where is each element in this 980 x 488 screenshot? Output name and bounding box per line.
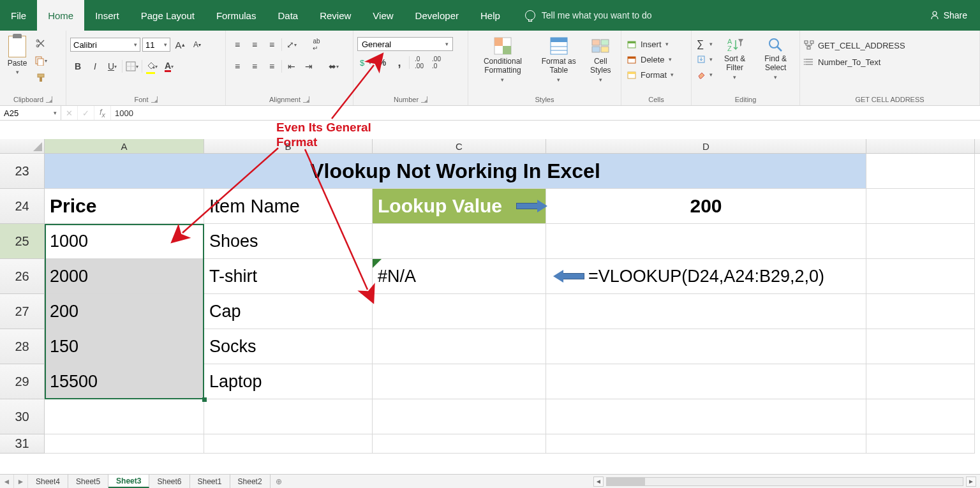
autosum-button[interactable]: ∑▾ [695,37,714,51]
cell-a27[interactable]: 200 [45,294,204,329]
tab-insert[interactable]: Insert [84,0,130,31]
align-center-button[interactable]: ≡ [247,59,262,74]
cell-d27[interactable] [546,294,866,329]
tab-data[interactable]: Data [267,0,309,31]
row-header-31[interactable]: 31 [0,434,45,454]
font-color-button[interactable]: A▾ [161,59,177,74]
cell-title[interactable]: Vlookup Not Working In Excel [45,154,866,189]
tab-view[interactable]: View [362,0,404,31]
cell-e27[interactable] [866,294,975,329]
row-header-26[interactable]: 26 [0,259,45,294]
addin-get-cell-address[interactable]: GET_CELL_ADDRESS [804,38,905,52]
decrease-indent-button[interactable]: ⇤ [284,59,299,74]
cell-a30[interactable] [45,399,204,434]
tab-review[interactable]: Review [309,0,362,31]
cell-d30[interactable] [546,399,866,434]
align-bottom-button[interactable]: ≡ [264,37,279,52]
sort-filter-button[interactable]: AZ Sort & Filter▾ [716,33,753,80]
select-all-corner[interactable] [0,139,45,153]
cell-e28[interactable] [866,329,975,364]
row-header-29[interactable]: 29 [0,364,45,399]
cancel-formula-button[interactable]: ✕ [61,106,78,120]
cell-a29[interactable]: 15500 [45,364,204,399]
sheet-tab-sheet6[interactable]: Sheet6 [149,475,189,488]
number-format-combo[interactable]: General▾ [357,37,453,51]
fill-button[interactable]: ▾ [695,52,714,66]
horizontal-scrollbar[interactable]: ◄ ► [287,475,980,488]
insert-function-button[interactable]: fx [94,106,111,120]
insert-cells-button[interactable]: Insert▾ [625,37,670,51]
cell-d31[interactable] [546,434,866,454]
alignment-dialog-launcher[interactable] [303,96,309,103]
sheet-tab-sheet2[interactable]: Sheet2 [230,475,271,488]
comma-format-button[interactable]: , [392,55,407,70]
col-header-d[interactable]: D [546,139,866,153]
tab-home[interactable]: Home [37,0,84,31]
cut-button[interactable] [33,36,48,51]
fill-handle[interactable] [202,397,207,402]
new-sheet-button[interactable]: ⊕ [271,475,287,488]
col-header-b[interactable]: B [204,139,373,153]
cell-a31[interactable] [45,434,204,454]
delete-cells-button[interactable]: Delete▾ [625,52,673,66]
cell-d24[interactable]: 200 [546,189,866,224]
tab-developer[interactable]: Developer [405,0,470,31]
scroll-left-button[interactable]: ◄ [593,477,604,487]
cell-d26[interactable]: =VLOOKUP(D24,A24:B29,2,0) [546,259,866,294]
addin-number-to-text[interactable]: Number_To_Text [804,55,880,69]
sheet-tab-sheet3[interactable]: Sheet3 [108,475,149,488]
paste-button[interactable]: Paste ▾ [4,33,31,75]
cell-c26[interactable]: #N/A [373,259,546,294]
increase-indent-button[interactable]: ⇥ [301,59,316,74]
cell-c25[interactable] [373,224,546,259]
worksheet-grid[interactable]: A B C D 23 Vlookup Not Working In Excel … [0,139,980,474]
col-header-e[interactable] [866,139,975,153]
cell-b25[interactable]: Shoes [204,224,373,259]
cell-e25[interactable] [866,224,975,259]
clipboard-dialog-launcher[interactable] [46,96,52,103]
decrease-font-button[interactable]: A▾ [189,37,205,52]
align-middle-button[interactable]: ≡ [247,37,262,52]
font-dialog-launcher[interactable] [151,96,158,103]
cell-c28[interactable] [373,329,546,364]
cell-b27[interactable]: Cap [204,294,373,329]
share-button[interactable]: Share [917,0,980,31]
scroll-right-button[interactable]: ► [966,477,976,487]
copy-button[interactable]: ▾ [33,53,48,68]
format-cells-button[interactable]: Format▾ [625,68,675,82]
cell-d29[interactable] [546,364,866,399]
row-header-24[interactable]: 24 [0,189,45,224]
bold-button[interactable]: B [70,59,85,74]
cell-b29[interactable]: Laptop [204,364,373,399]
cell-c24[interactable]: Lookup Value [373,189,546,224]
font-size-combo[interactable]: 11▾ [142,38,170,52]
align-top-button[interactable]: ≡ [230,37,245,52]
tab-page-layout[interactable]: Page Layout [130,0,205,31]
format-as-table-button[interactable]: Format as Table▾ [536,33,582,83]
row-header-27[interactable]: 27 [0,294,45,329]
italic-button[interactable]: I [87,59,103,74]
col-header-c[interactable]: C [373,139,546,153]
align-right-button[interactable]: ≡ [264,59,279,74]
format-painter-button[interactable] [33,70,48,85]
cell-c29[interactable] [373,364,546,399]
sheet-tab-sheet1[interactable]: Sheet1 [190,475,230,488]
cell-b26[interactable]: T-shirt [204,259,373,294]
cell-c31[interactable] [373,434,546,454]
font-name-combo[interactable]: Calibri▾ [70,38,140,52]
cell-b31[interactable] [204,434,373,454]
align-left-button[interactable]: ≡ [230,59,245,74]
underline-button[interactable]: U▾ [105,59,120,74]
find-select-button[interactable]: Find & Select▾ [755,33,796,80]
cell-e23[interactable] [866,154,975,189]
cell-c30[interactable] [373,399,546,434]
row-header-25[interactable]: 25 [0,224,45,259]
accounting-format-button[interactable]: $▾ [357,55,373,70]
cell-e26[interactable] [866,259,975,294]
enter-formula-button[interactable]: ✓ [78,106,94,120]
tell-me-search[interactable]: Tell me what you want to do [542,10,652,20]
row-header-30[interactable]: 30 [0,399,45,434]
cell-e30[interactable] [866,399,975,434]
wrap-text-button[interactable]: ab↵ [307,37,326,52]
increase-decimal-button[interactable]: .0.00 [412,55,427,70]
